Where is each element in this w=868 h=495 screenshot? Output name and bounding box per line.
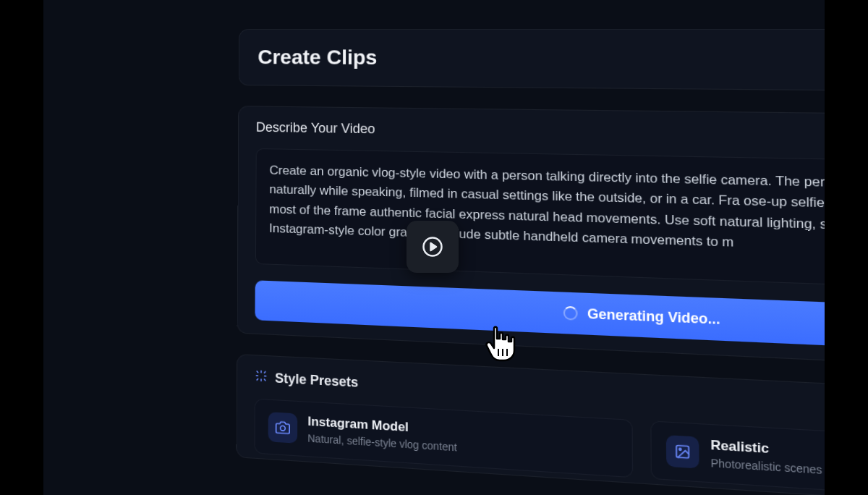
image-icon (666, 435, 699, 468)
presets-heading: Style Presets (275, 371, 358, 391)
describe-label: Describe Your Video (256, 120, 375, 138)
presets-panel: Style Presets Instagram Model Natural, s… (236, 354, 825, 495)
describe-panel: Describe Your Video Be as descript Creat… (237, 106, 825, 373)
play-icon (422, 236, 443, 258)
svg-point-2 (679, 448, 681, 450)
preset-card-realistic[interactable]: Realistic Photorealistic scenes and envi… (650, 420, 825, 495)
prompt-textarea[interactable]: Create an organic vlog-style video with … (255, 148, 825, 293)
preset-card-instagram[interactable]: Instagram Model Natural, selfie-style vl… (254, 399, 633, 478)
header-panel: Create Clips (239, 29, 825, 93)
sparkle-icon (255, 369, 268, 386)
camera-icon (268, 412, 298, 444)
svg-point-0 (280, 426, 285, 431)
svg-marker-4 (431, 243, 437, 250)
spinner-icon (563, 306, 578, 321)
page-title: Create Clips (258, 46, 825, 74)
generate-button[interactable]: Generating Video... (255, 280, 825, 356)
play-overlay[interactable] (407, 221, 459, 273)
preset-subtitle: Photorealistic scenes and environ (710, 457, 825, 481)
generate-button-label: Generating Video... (587, 305, 720, 327)
